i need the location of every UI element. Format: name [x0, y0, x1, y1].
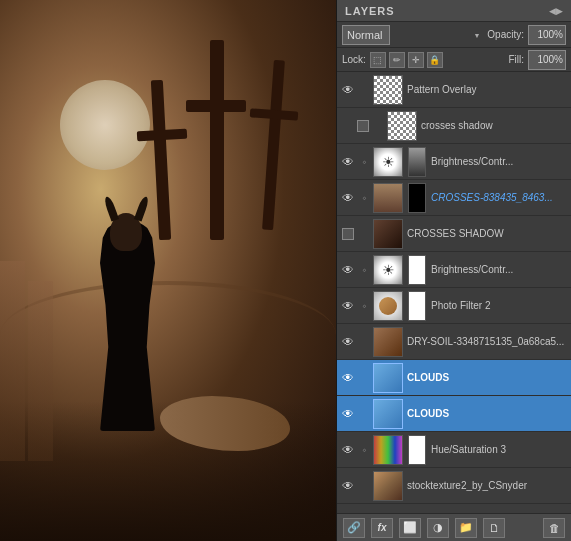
layer-visibility-eye[interactable]: 👁	[339, 288, 357, 324]
layer-thumbnail: ☀	[373, 147, 403, 177]
layer-thumbnail	[373, 291, 403, 321]
fill-input[interactable]	[528, 50, 566, 70]
layer-link-icon: ⬦	[357, 144, 371, 180]
lock-all-btn[interactable]: 🔒	[427, 52, 443, 68]
layer-row[interactable]: 👁 CLOUDS	[337, 360, 571, 396]
blend-row: Normal Multiply Screen Overlay Opacity:	[337, 22, 571, 48]
layer-visibility-eye[interactable]: 👁	[339, 72, 357, 108]
layer-row[interactable]: 👁 ⬦ Photo Filter 2	[337, 288, 571, 324]
layer-thumbnail	[373, 183, 403, 213]
delete-layer-button[interactable]: 🗑	[543, 518, 565, 538]
layers-list[interactable]: 👁 Pattern Overlay crosses shadow 👁 ⬦ ☀ B…	[337, 72, 571, 513]
layer-row[interactable]: 👁 CLOUDS	[337, 396, 571, 432]
cross3-vertical	[262, 60, 285, 230]
layer-thumbnail	[373, 219, 403, 249]
blend-mode-select[interactable]: Normal Multiply Screen Overlay	[342, 25, 390, 45]
layer-mask-thumbnail	[408, 435, 426, 465]
layer-row[interactable]: 👁 ⬦ Hue/Saturation 3	[337, 432, 571, 468]
layer-checkbox[interactable]	[357, 120, 369, 132]
layer-visibility-eye[interactable]: 👁	[339, 252, 357, 288]
horn-right	[134, 195, 150, 221]
layer-mask-thumbnail	[408, 291, 426, 321]
collapse-icon[interactable]: ◀▶	[549, 6, 563, 16]
layer-link-icon	[357, 468, 371, 504]
layer-visibility-eye[interactable]: 👁	[339, 468, 357, 504]
cross2-vertical	[210, 40, 224, 240]
layer-link-icon	[357, 360, 371, 396]
layer-thumbnail	[373, 363, 403, 393]
layer-thumbnail: ☀	[373, 255, 403, 285]
layer-name: CLOUDS	[405, 408, 569, 419]
layer-row[interactable]: 👁 ⬦ ☀ Brightness/Contr...	[337, 252, 571, 288]
layer-link-icon	[357, 396, 371, 432]
pillar-left2	[28, 281, 53, 461]
layer-name: Pattern Overlay	[405, 84, 569, 95]
layer-thumbnail	[373, 75, 403, 105]
opacity-input[interactable]	[528, 25, 566, 45]
lock-transparent-btn[interactable]: ⬚	[370, 52, 386, 68]
layer-link-icon	[371, 108, 385, 144]
layer-name: stocktexture2_by_CSnyder	[405, 480, 569, 491]
layer-link-icon	[357, 324, 371, 360]
layer-name: Brightness/Contr...	[429, 156, 569, 167]
layer-visibility-eye[interactable]: 👁	[339, 180, 357, 216]
link-layers-button[interactable]: 🔗	[343, 518, 365, 538]
layer-mask-thumbnail	[408, 255, 426, 285]
panel-controls: ◀▶	[549, 6, 563, 16]
layer-row[interactable]: 👁 Pattern Overlay	[337, 72, 571, 108]
layer-name: CROSSES-838435_8463...	[429, 192, 569, 203]
layer-link-icon	[357, 72, 371, 108]
layer-name: crosses shadow	[419, 120, 569, 131]
layers-panel: LAYERS ◀▶ Normal Multiply Screen Overlay…	[336, 0, 571, 541]
layer-checkbox-area	[355, 108, 371, 144]
cross1-horizontal	[137, 129, 187, 142]
mask-button[interactable]: ⬜	[399, 518, 421, 538]
lock-label: Lock:	[342, 54, 366, 65]
layer-thumbnail	[373, 435, 403, 465]
lock-position-btn[interactable]: ✛	[408, 52, 424, 68]
layers-toolbar: 🔗 fx ⬜ ◑ 📁 🗋 🗑	[337, 513, 571, 541]
fx-button[interactable]: fx	[371, 518, 393, 538]
layer-row[interactable]: 👁 DRY-SOIL-3348715135_0a68ca5...	[337, 324, 571, 360]
layer-checkbox[interactable]	[342, 228, 354, 240]
layer-name: Brightness/Contr...	[429, 264, 569, 275]
layer-thumbnail	[373, 471, 403, 501]
layer-thumbnail	[373, 399, 403, 429]
layer-visibility-eye[interactable]: 👁	[339, 324, 357, 360]
layer-visibility-eye[interactable]: 👁	[339, 144, 357, 180]
layer-name: CLOUDS	[405, 372, 569, 383]
figure-standing	[100, 221, 155, 431]
layer-row[interactable]: 👁 ⬦ CROSSES-838435_8463...	[337, 180, 571, 216]
horn-left	[103, 195, 119, 221]
layer-thumbnail	[373, 327, 403, 357]
panel-title: LAYERS	[345, 5, 395, 17]
fill-label: Fill:	[508, 54, 524, 65]
layer-visibility-eye[interactable]: 👁	[339, 432, 357, 468]
lock-image-btn[interactable]: ✏	[389, 52, 405, 68]
layer-row[interactable]: 👁 stocktexture2_by_CSnyder	[337, 468, 571, 504]
layer-link-icon: ⬦	[357, 288, 371, 324]
layer-name: Hue/Saturation 3	[429, 444, 569, 455]
adjustment-button[interactable]: ◑	[427, 518, 449, 538]
image-panel	[0, 0, 336, 541]
layer-name: CROSSES SHADOW	[405, 228, 569, 239]
cross3-horizontal	[250, 108, 299, 120]
layer-mask-thumbnail	[408, 183, 426, 213]
layer-name: DRY-SOIL-3348715135_0a68ca5...	[405, 336, 569, 347]
layer-link-icon: ⬦	[357, 252, 371, 288]
layer-mask-thumbnail	[408, 147, 426, 177]
new-layer-button[interactable]: 🗋	[483, 518, 505, 538]
moon-element	[60, 80, 150, 170]
layer-visibility-eye[interactable]: 👁	[339, 396, 357, 432]
panel-header: LAYERS ◀▶	[337, 0, 571, 22]
layer-row[interactable]: crosses shadow	[337, 108, 571, 144]
layer-visibility-eye[interactable]: 👁	[339, 360, 357, 396]
layer-thumbnail	[387, 111, 417, 141]
lock-row: Lock: ⬚ ✏ ✛ 🔒 Fill:	[337, 48, 571, 72]
cross1-vertical	[151, 80, 171, 240]
group-button[interactable]: 📁	[455, 518, 477, 538]
layer-row[interactable]: CROSSES SHADOW	[337, 216, 571, 252]
lock-icons: ⬚ ✏ ✛ 🔒	[370, 52, 443, 68]
layer-name: Photo Filter 2	[429, 300, 569, 311]
layer-row[interactable]: 👁 ⬦ ☀ Brightness/Contr...	[337, 144, 571, 180]
